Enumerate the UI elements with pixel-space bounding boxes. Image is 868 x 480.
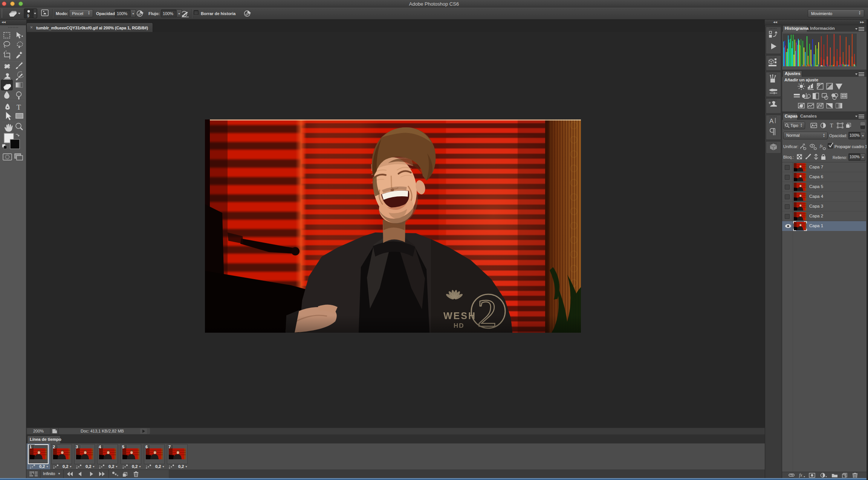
- svg-text:fx: fx: [820, 144, 823, 148]
- svg-text:fx: fx: [799, 472, 802, 478]
- svg-text:-: -: [827, 86, 828, 90]
- svg-text:T: T: [17, 103, 21, 111]
- svg-text:9: 9: [27, 14, 29, 18]
- svg-text:A: A: [769, 118, 774, 125]
- svg-text:T: T: [830, 123, 833, 128]
